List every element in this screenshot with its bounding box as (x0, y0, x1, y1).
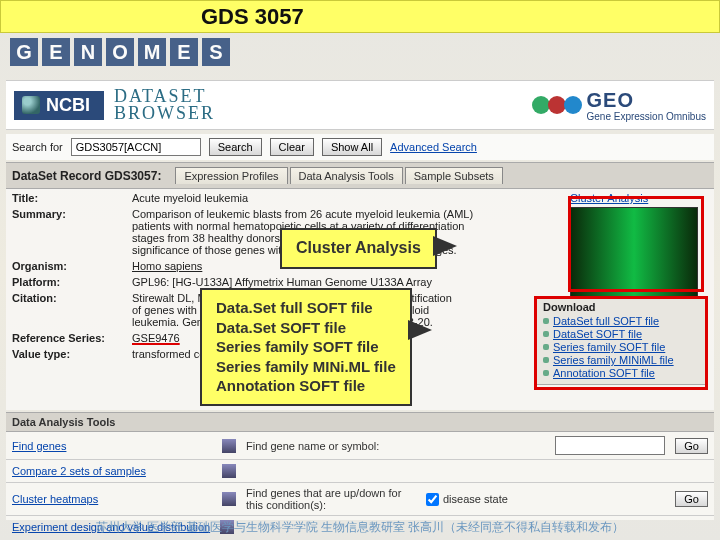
meta-refseries-label: Reference Series: (12, 332, 132, 344)
meta-organism-label: Organism: (12, 260, 132, 272)
meta-platform-label: Platform: (12, 276, 132, 288)
callout-tail-icon (408, 320, 432, 340)
tools-row-compare: Compare 2 sets of samples (6, 460, 714, 483)
tools-header-text: Data Analysis Tools (12, 416, 115, 428)
find-genes-link[interactable]: Find genes (12, 440, 212, 452)
callout-cluster: Cluster Analysis (280, 228, 437, 269)
cluster-hint: Find genes that are up/down for this con… (246, 487, 416, 511)
meta-valuetype-label: Value type: (12, 348, 132, 360)
slide-title-bar: GDS 3057 (0, 0, 720, 33)
compare-samples-link[interactable]: Compare 2 sets of samples (12, 465, 212, 477)
highlight-download-box (534, 296, 708, 390)
ncbi-logo[interactable]: NCBI (14, 91, 104, 120)
tab-sample-subsets[interactable]: Sample Subsets (405, 167, 503, 184)
showall-button[interactable]: Show All (322, 138, 382, 156)
record-title: DataSet Record GDS3057: (12, 169, 161, 183)
dna-icon (22, 96, 40, 114)
tool-icon (222, 492, 236, 506)
clear-button[interactable]: Clear (270, 138, 314, 156)
tool-icon (222, 464, 236, 478)
footer-credit: 苏州大学 医学部 基础医学与生物科学学院 生物信息教研室 张高川（未经同意不得私… (0, 519, 720, 536)
highlight-cluster-box (568, 196, 704, 292)
tools-row-find-genes: Find genes Find gene name or symbol: Go (6, 432, 714, 460)
callout-tail-icon (433, 236, 457, 256)
search-bar: Search for Search Clear Show All Advance… (6, 134, 714, 160)
ncbi-label: NCBI (46, 95, 90, 116)
tool-icon (222, 439, 236, 453)
tools-header-bar: Data Analysis Tools (6, 412, 714, 432)
meta-title-label: Title: (12, 192, 132, 204)
meta-citation-label: Citation: (12, 292, 132, 328)
callout-downloads: Data.Set full SOFT file Data.Set SOFT fi… (200, 288, 412, 406)
dataset-browser-logo: DATASET BROWSER (114, 88, 215, 122)
disease-state-checkbox[interactable]: disease state (426, 493, 508, 506)
geo-logo[interactable]: GEO Gene Expression Omnibus (532, 89, 706, 122)
find-genes-hint: Find gene name or symbol: (246, 440, 545, 452)
search-label: Search for (12, 141, 63, 153)
meta-summary-label: Summary: (12, 208, 132, 256)
cluster-go-button[interactable]: Go (675, 491, 708, 507)
tab-expression-profiles[interactable]: Expression Profiles (175, 167, 287, 184)
tools-panel: Find genes Find gene name or symbol: Go … (6, 432, 714, 520)
tab-data-analysis-tools[interactable]: Data Analysis Tools (290, 167, 403, 184)
slide-title: GDS 3057 (201, 4, 304, 30)
search-button[interactable]: Search (209, 138, 262, 156)
find-genes-input[interactable] (555, 436, 665, 455)
find-genes-go-button[interactable]: Go (675, 438, 708, 454)
site-header: NCBI DATASET BROWSER GEO Gene Expression… (6, 80, 714, 130)
tools-row-cluster: Cluster heatmaps Find genes that are up/… (6, 483, 714, 516)
search-input[interactable] (71, 138, 201, 156)
banner-genomes: GENOMES (0, 38, 720, 66)
advanced-search-link[interactable]: Advanced Search (390, 141, 477, 153)
cluster-heatmaps-link[interactable]: Cluster heatmaps (12, 493, 212, 505)
record-tab-bar: DataSet Record GDS3057: Expression Profi… (6, 162, 714, 189)
